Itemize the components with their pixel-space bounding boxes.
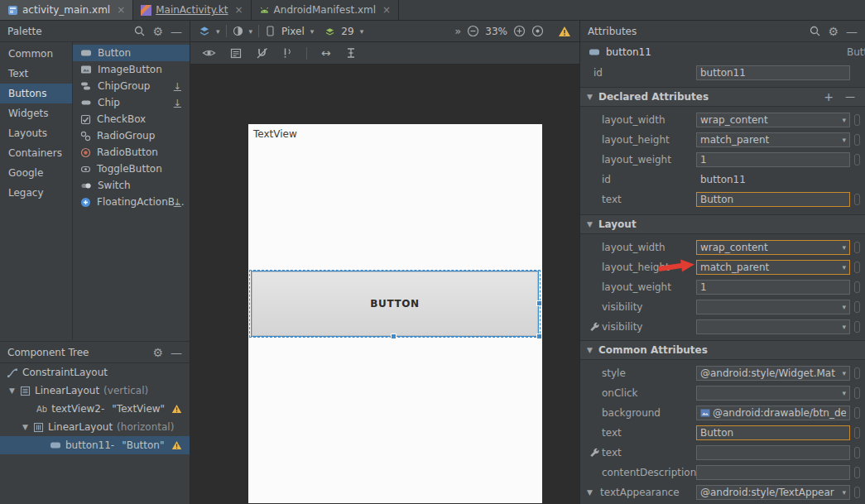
design-canvas[interactable]: TextView BUTTON: [190, 65, 579, 503]
pick-resource-button[interactable]: [854, 367, 860, 379]
pick-resource-button[interactable]: [854, 194, 860, 205]
pick-resource-button[interactable]: [854, 281, 860, 293]
align-distribute-icon[interactable]: [345, 47, 357, 59]
chevron-down-icon[interactable]: ▾: [216, 27, 220, 36]
component-radiogroup[interactable]: RadioGroup: [73, 127, 190, 144]
default-margins-icon[interactable]: ↔: [321, 46, 331, 60]
id-value[interactable]: button11: [700, 174, 746, 185]
category-containers[interactable]: Containers: [0, 143, 72, 163]
component-switch[interactable]: Switch: [73, 177, 190, 194]
category-widgets[interactable]: Widgets: [0, 103, 72, 123]
component-chipgroup[interactable]: ChipGroup ↓: [73, 78, 190, 94]
section-common-attributes[interactable]: ▼ Common Attributes: [580, 340, 865, 360]
device-screen[interactable]: TextView BUTTON: [248, 124, 542, 503]
resize-handle-right[interactable]: [536, 300, 542, 306]
api-level-icon[interactable]: [324, 26, 335, 36]
gear-icon[interactable]: ⚙: [828, 26, 839, 37]
infer-constraints-icon[interactable]: [282, 47, 292, 59]
gear-icon[interactable]: ⚙: [152, 347, 163, 358]
category-google[interactable]: Google: [0, 163, 72, 183]
view-options-icon[interactable]: [202, 48, 216, 58]
layout-weight-input[interactable]: 1: [696, 152, 850, 167]
tab-androidmanifest-xml[interactable]: AndroidManifest.xml ×: [252, 0, 400, 20]
background-input[interactable]: @android:drawable/btn_defau: [696, 406, 850, 420]
tab-activity-main-xml[interactable]: activity_main.xml ×: [0, 0, 133, 20]
component-floatingactionbutton[interactable]: FloatingActionB... ↓: [73, 194, 190, 210]
button-widget[interactable]: BUTTON: [252, 271, 538, 336]
hide-panel-icon[interactable]: —: [171, 26, 182, 37]
zoom-out-icon[interactable]: [467, 25, 479, 37]
chevron-down-icon[interactable]: ▾: [310, 27, 315, 36]
close-icon[interactable]: ×: [235, 4, 243, 16]
tree-item-constraintlayout[interactable]: ConstraintLayout: [0, 363, 190, 382]
onclick-dropdown[interactable]: ▾: [696, 386, 850, 401]
pick-resource-button[interactable]: [854, 242, 860, 253]
pick-resource-button[interactable]: [854, 487, 860, 498]
zoom-to-fit-icon[interactable]: [531, 25, 544, 37]
layout-height-dropdown[interactable]: match_parent▾: [696, 132, 850, 147]
search-icon[interactable]: [134, 26, 145, 36]
pick-resource-button[interactable]: [854, 134, 860, 146]
pick-resource-button[interactable]: [854, 321, 860, 333]
chevron-down-icon[interactable]: ▾: [360, 27, 364, 36]
warning-count-icon[interactable]: [558, 26, 571, 37]
remove-attribute-icon[interactable]: —: [845, 91, 855, 103]
api-level-selector[interactable]: 29: [341, 26, 353, 37]
toolbar-overflow-icon[interactable]: »: [454, 25, 461, 37]
contentdescription-input[interactable]: [696, 465, 850, 480]
text-input[interactable]: Button: [696, 425, 850, 440]
section-declared-attributes[interactable]: ▼ Declared Attributes + —: [580, 87, 865, 107]
visibility-dropdown[interactable]: ▾: [696, 300, 850, 314]
zoom-level[interactable]: 33%: [485, 26, 507, 37]
layout-width-dropdown[interactable]: wrap_content▾: [696, 113, 850, 127]
pick-resource-button[interactable]: [854, 387, 860, 399]
device-icon[interactable]: [265, 26, 276, 36]
component-radiobutton[interactable]: RadioButton: [73, 144, 190, 161]
chevron-down-icon[interactable]: ▾: [249, 27, 253, 36]
show-blueprint-icon[interactable]: [230, 48, 242, 59]
autoconnect-off-icon[interactable]: [256, 47, 268, 59]
tab-mainactivity-kt[interactable]: MainActivity.kt ×: [133, 0, 251, 20]
collapse-icon[interactable]: ▼: [587, 220, 593, 228]
category-common[interactable]: Common: [0, 44, 72, 64]
component-checkbox[interactable]: CheckBox: [73, 111, 190, 127]
expand-arrow-icon[interactable]: ▼: [22, 423, 29, 431]
pick-resource-button[interactable]: [854, 301, 860, 313]
device-selector[interactable]: Pixel: [281, 26, 305, 37]
close-icon[interactable]: ×: [382, 4, 391, 16]
hide-panel-icon[interactable]: —: [171, 347, 182, 358]
close-icon[interactable]: ×: [117, 4, 125, 16]
category-layouts[interactable]: Layouts: [0, 123, 72, 143]
tree-item-linearlayout-vertical[interactable]: ▼ LinearLayout(vertical): [0, 382, 190, 400]
text-input[interactable]: Button: [696, 192, 850, 207]
tree-item-button11[interactable]: button11-"Button": [0, 436, 190, 454]
category-text[interactable]: Text: [0, 64, 72, 84]
section-layout[interactable]: ▼ Layout: [580, 214, 865, 234]
layout-width-dropdown[interactable]: wrap_content▾: [696, 240, 850, 255]
design-surface-icon[interactable]: [199, 26, 210, 36]
download-icon[interactable]: ↓: [174, 98, 181, 108]
textappearance-dropdown[interactable]: @android:style/TextAppear▾: [696, 485, 850, 500]
layout-height-dropdown[interactable]: match_parent▾: [696, 260, 850, 275]
resize-handle-bottom[interactable]: [391, 334, 396, 339]
textview-widget[interactable]: TextView: [253, 128, 297, 140]
style-dropdown[interactable]: @android:style/Widget.Mat▾: [696, 366, 850, 381]
tree-item-linearlayout-horizontal[interactable]: ▼ LinearLayout(horizontal): [0, 418, 190, 436]
zoom-in-icon[interactable]: [513, 25, 526, 37]
pick-resource-button[interactable]: [854, 427, 860, 439]
tools-visibility-dropdown[interactable]: ▾: [696, 319, 850, 334]
pick-resource-button[interactable]: [854, 154, 860, 166]
component-chip[interactable]: Chip ↓: [73, 94, 190, 111]
expand-arrow-icon[interactable]: ▼: [587, 488, 593, 497]
download-icon[interactable]: ↓: [174, 81, 181, 92]
pick-resource-button[interactable]: [854, 407, 860, 419]
gear-icon[interactable]: ⚙: [152, 26, 163, 37]
id-input[interactable]: button11: [696, 65, 850, 80]
orientation-theme-icon[interactable]: [233, 26, 243, 36]
component-togglebutton[interactable]: ToggleButton: [73, 161, 190, 177]
collapse-icon[interactable]: ▼: [587, 346, 593, 354]
tree-item-textview2[interactable]: Ab textView2-"TextView": [0, 400, 190, 418]
collapse-icon[interactable]: ▼: [587, 93, 593, 101]
download-icon[interactable]: ↓: [174, 197, 181, 208]
layout-weight-input[interactable]: 1: [696, 280, 850, 295]
